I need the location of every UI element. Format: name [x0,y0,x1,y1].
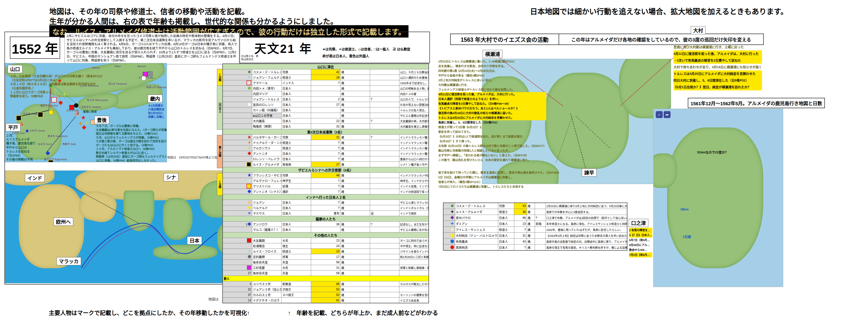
map-label-平戸: 平戸 [6,123,21,131]
text-line: 六角定頼死去 [148,108,164,111]
table-row: 3ユリウス３世新教皇65歳カルロスが敗北したので公会議の方針を変える [223,281,429,287]
square-black-icon [16,115,22,121]
table-row: アルカソヴァ修道士?歳インド＞マラッカ＞種子島＞豊後＞山口 [223,145,429,151]
city-label: 岡山市 Okayama [108,82,127,85]
star-red-icon [248,135,251,139]
text-line: 《5月4日？》すぐ帰った。 [438,139,546,144]
map-label-インド: インド [25,174,44,182]
kuchinotsu-notes: 2 有馬の陣営を…3《？日》日本人…6月7日（和5月…6月26日にアル…教会から… [629,228,652,257]
table-row: アントニオ（シナ人）通訳?歳インドの修道院で育ったシナ人。通訳としてザビエルに同… [223,189,429,194]
text-line: 殿は司祭に司祭館の同宿1人と相談したいのと言ったが、 [438,148,546,153]
landmass [653,154,677,188]
tenbun-box: 天文21 年 日は数え年、黄色は西洋式 ★は司祭、✦は修道士、◇は信者、□は一般… [239,32,430,63]
table-row: 陶隆房（晴賢）日本人32歳大内義長を擁立し実権を握る [223,124,429,129]
octagon-blue-icon [451,240,454,243]
city-label: 大村市 Omura [29,129,45,132]
text-line: ※1月将軍の [148,104,164,108]
text-line: トルレスは4月25日にアルメイダに大村純忠を見舞わせた [674,71,762,77]
spark-yellowgreen-icon [248,146,251,150]
caption-left: 主要人物はマークで記載し、どこを拠点にしたか、その年移動したかを可視化↑ [49,308,250,317]
intro-paragraph: 2月にザビエルはゴアに到着、自分の命令を怠ったゴメス司祭と彼が採用した会員の除名… [65,33,240,64]
text-line: 平戸から山口の [6,146,36,150]
table-row: ジョアン・トルレス日本人2歳?山口の人で、トルレスが生まれた時に洗礼を授けた [223,97,429,102]
table-row: コスメ・デ・トルレス司祭42歳山口。９月１６日教会建設許可状をもらう [223,70,429,75]
city-label: Matsue [92,66,100,69]
text-line: その後の移動は不明 [6,158,36,162]
square-magenta-icon [247,266,251,270]
table-row: マルコ（薩摩人？）日本人歳ザビエル書簡に名が出る詳細不明の人物。 [223,227,429,232]
dot-white-icon [141,76,146,81]
text-line: 3《？日》日本人… [629,233,652,238]
text-line: 修道士が発って3日後《5月2日？》、 [438,125,546,130]
text-line: 足を負傷し、博多行きを断念、自作の十字架を作る。 [438,64,546,68]
text-line: フェルナンデス修道士がトルレス師に代わり殿を訪問した。 [438,87,546,92]
spark-yellowgreen-icon [85,121,89,125]
section-header-row: インドへ行った日本人２名 [223,194,429,200]
city-label: 福岡市 Fukuoka [40,104,58,107]
table-row: ジョアン日本人?歳ザビエル達とマラッカに行き、3次隊の通訳としてインドに戻る [223,200,429,205]
text-line: 有馬義貞の陣営を2日費やして訪ねた。（日9巻P36～39） [438,102,546,106]
table-row: 島原純茂日本人?歳島原の領主で有馬の家臣。キリスト教布教を許すが、僧による迫害を… [443,245,627,251]
diamond-blue-icon [248,190,251,193]
people-age-table: 山口に滞在コスメ・デ・トルレス司祭42歳山口。９月１６日教会建設許可状をもらうジ… [222,63,429,303]
ship-icon: ⛵ [74,111,80,116]
table-row: ベルナルド日本人?歳インド＞ポルトガル（翌年9月着） [223,205,429,211]
landmass-kyushu [667,128,763,268]
diamond-white-icon [248,103,251,106]
table-row: マテウス日本人青年歳没インドで病死 [223,211,429,216]
right-note: この年はアルメイダだけ各地の確認をしているので、彼の3度の巡回だけ矢印を変える [559,34,764,45]
city-label: 松山市 Matsuyama [87,98,108,102]
table-row: 13イグナチオ・ロヨラ61歳イエズス会会長 [223,298,429,303]
map-text-itsukushima: 厳島に寄港 [83,110,97,114]
city-label: 宇和島市 Uwajima [81,105,101,109]
table-row: アイレス・サンシェス修道士?歳1562年、豊後に残っていたはずだが、島原に赴任し… [443,227,627,233]
map-zoom-button[interactable]: ⌕ [656,111,663,118]
city-label: 平戸市 Hirado [23,112,38,116]
text-line: まず平戸へ帰国し、「言われる者が誰もいない」と答えた。（日6P278） [438,153,546,158]
age-style-note: 日は数え年、黄色は西洋式 [241,55,258,61]
city-label: 西都市 Saito [62,142,76,146]
text-line: 同日大村に到着し、5、6日間滞在した（日9巻P31） [674,77,762,84]
map-label-畿内: 畿内 [148,94,162,103]
square-black-icon [247,162,251,167]
label-omura: 大村 [691,26,706,34]
dot-yellow-icon [49,110,54,115]
map-label-欧州へ: 欧州へ [54,218,73,226]
table-row: アントニオ日本人?歳インド＞マラッカ＞種子島＞豊後＞山口 [223,151,429,156]
map-label-豊後: 豊後 [94,116,109,124]
table-row: 内田トメ（青年）日本人歳山口の明晰ある人物。妻と共に受洗 [223,86,429,91]
text-line: 7月2日【和6月… [629,252,652,257]
city-label: 鹿児島市 Kagoshima [44,157,67,161]
text-line: 2 有馬の陣営を… [629,228,652,233]
landmass-india [124,190,154,231]
diamond-outline-icon [451,228,454,231]
text-line: 四旬節の第1週《2月24日(水)～2月28日(日)》、 [438,68,546,73]
diamond-blue-icon [248,222,251,226]
table-row: 盲目のロレンソ日本人27歳片目が見えない琵琶法師。山口で受洗。 [223,102,429,107]
distance-2days: 2日路 [683,234,691,239]
text-line: 平戸から信者が来る（報告3期2P93） [438,73,546,78]
table-row: 27後奈良天皇天皇56歳 [223,271,429,276]
text-line: 4月11日に復活祭を祝った後、アルメイダは、大村に行った。 [438,92,546,97]
table-row: 足利義輝将軍17歳和1月28日に三好と和解。帰京する。 [223,254,429,259]
diamond-green-icon [248,86,251,90]
map-share-button[interactable]: ➦ [663,111,671,118]
text-line: 6月26日にアル… [629,243,652,247]
spark-lightblue-icon [248,76,251,79]
kyushu-map [653,109,783,287]
city-label: 和歌山市 Wakayama [146,85,167,89]
city-label: Maizuru [137,65,146,68]
tenbun-title: 天文21 年 [254,39,312,56]
inset-map-title: 1561年12月～1562年5月。アルメイダの鹿児島行き地図と日数 [688,98,825,108]
spark-lightblue-icon [248,249,251,253]
world-map: インドシナ欧州へマラッカ日本 [5,170,238,283]
caption-center: ↑ 年齢を記載、どちらが年上か、まだ成人前などがわかる [288,308,438,317]
text-line: 厳島に寄港 [83,110,97,114]
diamond-crossed-icon [248,212,251,215]
text-line: 7月2日にフロイスたちは横瀬浦に到着し、トルレスたちと合流する [438,185,561,189]
text-line: 《トビアスと泉州パウロだろう。あと1人はベルショールか？》 [438,106,546,111]
icon-legend-line2: 枠が黒は日本人、黄色は外国人 [322,53,369,58]
table-row: 大友義鎮大名23歳ガーゴに府内で会うが入信には至らなかった [223,238,429,243]
section-header-row: ザビエルらシナへの外交使節（4名） [223,167,429,173]
city-label: Tottori [114,65,121,68]
